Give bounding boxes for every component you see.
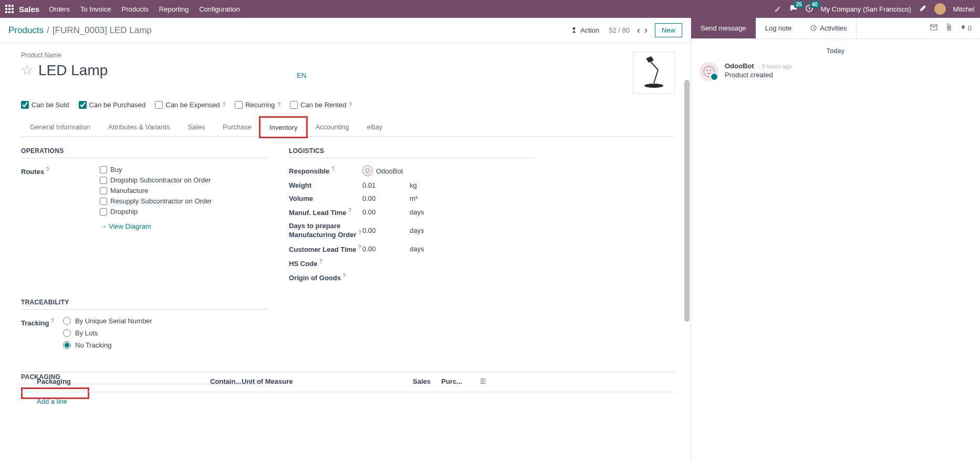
logistics-unit: m³ xyxy=(410,195,418,202)
add-line-link[interactable]: Add a line xyxy=(21,392,675,411)
svg-point-10 xyxy=(710,70,711,71)
logistics-value[interactable]: 0.00 xyxy=(362,208,410,216)
tab-accounting[interactable]: Accounting xyxy=(306,117,358,136)
pkg-col-contains[interactable]: Contain... xyxy=(210,377,242,386)
logistics-unit: kg xyxy=(410,181,417,189)
origin-label: Origin of Goods ? xyxy=(289,273,362,282)
pkg-col-options-icon[interactable] xyxy=(473,377,494,386)
responsible-value[interactable]: OdooBot xyxy=(362,166,403,176)
app-brand[interactable]: Sales xyxy=(19,5,39,14)
pkg-col-sales[interactable]: Sales xyxy=(389,377,431,386)
logistics-value[interactable]: 0.00 xyxy=(362,245,410,253)
option-recurring[interactable]: Recurring? xyxy=(235,101,280,109)
user-avatar[interactable] xyxy=(934,3,946,15)
logistics-label: Days to prepare Manufacturing Order ? xyxy=(289,222,362,239)
logistics-row: Volume0.00m³ xyxy=(289,195,536,202)
tracking-lots[interactable]: By Lots xyxy=(63,329,268,337)
chatter-message: OdooBot - 3 hours ago Product created xyxy=(700,62,972,81)
option-can-be-sold[interactable]: Can be Sold xyxy=(21,101,69,109)
view-icon[interactable] xyxy=(930,24,938,33)
logistics-unit: days xyxy=(410,245,424,253)
route-buy[interactable]: Buy xyxy=(100,166,268,173)
svg-point-4 xyxy=(365,168,370,173)
pager-next[interactable]: › xyxy=(642,25,650,36)
logistics-title: LOGISTICS xyxy=(289,147,536,158)
logistics-label: Customer Lead Time ? xyxy=(289,244,362,253)
svg-point-9 xyxy=(707,70,708,71)
favorite-star-icon[interactable]: ☆ xyxy=(21,62,33,78)
activities-button[interactable]: Activities xyxy=(801,18,857,38)
logistics-label: Volume xyxy=(289,195,362,202)
logistics-label: Weight xyxy=(289,181,362,189)
nav-orders[interactable]: Orders xyxy=(49,5,70,13)
view-diagram-link[interactable]: → View Diagram xyxy=(100,222,268,230)
arrow-right-icon: → xyxy=(100,222,107,230)
option-can-be-rented[interactable]: Can be Rented? xyxy=(290,101,352,109)
route-manufacture[interactable]: Manufacture xyxy=(100,187,268,195)
tracking-serial[interactable]: By Unique Serial Number xyxy=(63,317,268,325)
route-dropship[interactable]: Dropship xyxy=(100,208,268,216)
logistics-unit: days xyxy=(410,208,424,216)
send-message-button[interactable]: Send message xyxy=(691,18,756,38)
tray-messages-icon[interactable]: 25 xyxy=(789,4,798,14)
new-button[interactable]: New xyxy=(655,23,682,37)
logistics-value[interactable]: 0.00 xyxy=(362,227,410,234)
tab-purchase[interactable]: Purchase xyxy=(214,117,260,136)
tray-activities-icon[interactable]: 40 xyxy=(805,4,814,14)
activities-badge: 40 xyxy=(810,1,820,8)
tab-inventory[interactable]: Inventory xyxy=(260,118,306,137)
breadcrumb-root[interactable]: Products xyxy=(8,25,44,36)
tab-attributes-variants[interactable]: Attributes & Variants xyxy=(99,117,179,136)
message-author[interactable]: OdooBot xyxy=(725,62,754,70)
logistics-value[interactable]: 0.01 xyxy=(362,181,410,189)
route-dropship-sub-on-order[interactable]: Dropship Subcontractor on Order xyxy=(100,176,268,184)
logistics-row: Customer Lead Time ?0.00days xyxy=(289,244,536,253)
pkg-col-packaging[interactable]: Packaging xyxy=(21,377,210,386)
language-badge[interactable]: EN xyxy=(297,71,306,79)
company-selector[interactable]: My Company (San Francisco) xyxy=(821,5,911,13)
tray-tools-icon[interactable] xyxy=(919,4,927,14)
nav-reporting[interactable]: Reporting xyxy=(159,5,189,13)
tab-general-information[interactable]: General Information xyxy=(21,117,99,136)
log-note-button[interactable]: Log note xyxy=(756,18,801,38)
messages-badge: 25 xyxy=(794,1,804,8)
product-name[interactable]: LED Lamp xyxy=(38,62,108,79)
apps-icon[interactable] xyxy=(5,5,14,13)
responsible-label: Responsible ? xyxy=(289,166,362,175)
option-can-be-expensed[interactable]: Can be Expensed? xyxy=(155,101,225,109)
logistics-unit: days xyxy=(410,227,424,234)
nav-to-invoice[interactable]: To Invoice xyxy=(80,5,111,13)
product-image[interactable] xyxy=(633,52,675,94)
bot-avatar-icon xyxy=(362,166,373,176)
routes-label: Routes ? xyxy=(21,166,100,230)
logistics-row: Weight0.01kg xyxy=(289,181,536,189)
scrollbar[interactable] xyxy=(683,43,691,460)
chatter-date: Today xyxy=(700,47,972,55)
nav-products[interactable]: Products xyxy=(121,5,148,13)
followers-button[interactable]: 0 xyxy=(960,24,972,32)
tracking-none[interactable]: No Tracking xyxy=(63,341,268,349)
option-can-be-purchased[interactable]: Can be Purchased xyxy=(79,101,146,109)
action-menu[interactable]: Action xyxy=(571,26,599,34)
tab-sales[interactable]: Sales xyxy=(179,117,214,136)
svg-point-3 xyxy=(644,84,663,88)
message-body: Product created xyxy=(725,71,792,79)
svg-line-2 xyxy=(654,70,658,83)
nav-configuration[interactable]: Configuration xyxy=(199,5,239,13)
pkg-col-purchase[interactable]: Purc... xyxy=(431,377,473,386)
svg-point-6 xyxy=(368,170,369,171)
logistics-label: Manuf. Lead Time ? xyxy=(289,208,362,217)
route-resupply-sub-on-order[interactable]: Resupply Subcontractor on Order xyxy=(100,197,268,205)
pkg-col-uom[interactable]: Unit of Measure xyxy=(242,377,389,386)
logistics-row: Days to prepare Manufacturing Order ?0.0… xyxy=(289,222,536,239)
svg-point-5 xyxy=(366,170,367,171)
tray-phone-icon[interactable] xyxy=(774,4,782,14)
traceability-title: TRACEABILITY xyxy=(21,299,268,310)
logistics-value[interactable]: 0.00 xyxy=(362,195,410,202)
pager-prev[interactable]: ‹ xyxy=(635,25,642,36)
hs-code-label: HS Code ? xyxy=(289,259,362,268)
pager[interactable]: 52 / 80 xyxy=(609,26,630,34)
user-name[interactable]: Mitchel xyxy=(953,5,975,13)
attachment-icon[interactable] xyxy=(945,23,953,33)
tab-ebay[interactable]: eBay xyxy=(358,117,392,136)
